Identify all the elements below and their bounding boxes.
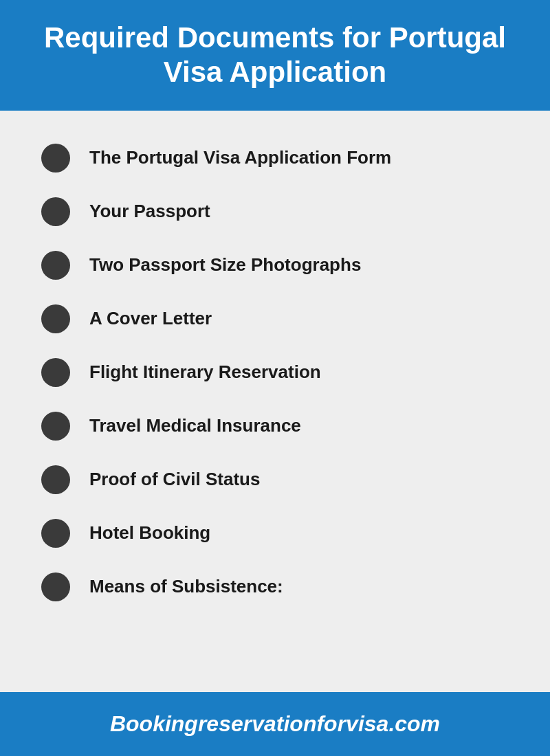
footer-section: Bookingreservationforvisa.com — [0, 692, 550, 756]
list-item-label: Hotel Booking — [89, 522, 210, 544]
list-item-label: Your Passport — [89, 201, 210, 222]
bullet-icon — [41, 465, 70, 494]
list-item: Hotel Booking — [41, 507, 509, 560]
list-item: Your Passport — [41, 185, 509, 238]
list-item-label: Means of Subsistence: — [89, 576, 283, 597]
bullet-icon — [41, 251, 70, 280]
list-item: Means of Subsistence: — [41, 560, 509, 614]
bullet-icon — [41, 197, 70, 226]
bullet-icon — [41, 519, 70, 548]
bullet-icon — [41, 572, 70, 601]
bullet-icon — [41, 412, 70, 441]
bullet-icon — [41, 358, 70, 387]
list-item: Travel Medical Insurance — [41, 399, 509, 453]
list-item: The Portugal Visa Application Form — [41, 131, 509, 185]
footer-website: Bookingreservationforvisa.com — [110, 711, 440, 736]
list-item-label: Travel Medical Insurance — [89, 415, 301, 436]
list-item: Two Passport Size Photographs — [41, 238, 509, 292]
bullet-icon — [41, 304, 70, 333]
header-section: Required Documents for Portugal Visa App… — [0, 0, 550, 111]
list-item: A Cover Letter — [41, 292, 509, 346]
list-item-label: Two Passport Size Photographs — [89, 254, 361, 276]
main-content: The Portugal Visa Application FormYour P… — [0, 111, 550, 692]
list-item-label: Proof of Civil Status — [89, 469, 260, 490]
list-item-label: A Cover Letter — [89, 308, 212, 329]
list-item-label: The Portugal Visa Application Form — [89, 147, 391, 168]
page-title: Required Documents for Portugal Visa App… — [41, 21, 509, 90]
list-item: Flight Itinerary Reservation — [41, 346, 509, 399]
list-item: Proof of Civil Status — [41, 453, 509, 507]
bullet-icon — [41, 144, 70, 173]
list-item-label: Flight Itinerary Reservation — [89, 362, 321, 383]
